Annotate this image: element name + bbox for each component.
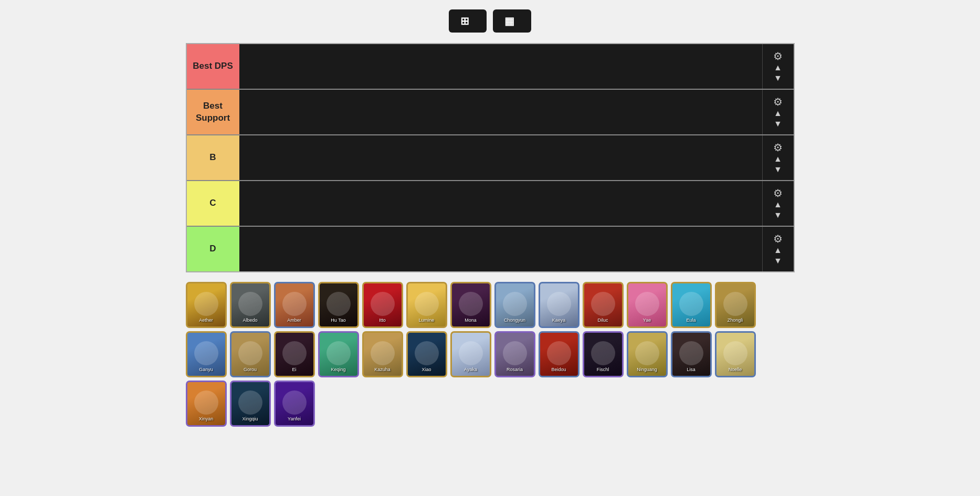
character-avatar — [415, 292, 439, 316]
settings-icon[interactable]: ⚙ — [773, 97, 783, 107]
character-card[interactable]: Amber — [274, 282, 315, 328]
character-avatar — [591, 292, 615, 316]
tier-row-d: D ⚙ ▲ ▼ — [187, 227, 794, 271]
tier-content-c[interactable] — [239, 181, 762, 226]
tier-content-best-dps[interactable] — [239, 44, 762, 89]
settings-icon[interactable]: ⚙ — [773, 142, 783, 153]
character-name: Keqing — [331, 367, 345, 373]
tier-label-b: B — [187, 135, 239, 180]
move-up-icon[interactable]: ▲ — [774, 200, 782, 209]
character-card[interactable]: Mona — [450, 282, 491, 328]
character-pool: AetherAlbedoAmberHu TaoIttoLumineMonaCho… — [186, 282, 795, 427]
character-avatar — [547, 341, 571, 365]
character-avatar — [503, 341, 527, 365]
character-card[interactable]: Yanfei — [274, 381, 315, 427]
character-card[interactable]: Chongyun — [494, 282, 535, 328]
tier-label-d: D — [187, 227, 239, 271]
tier-row-b: B ⚙ ▲ ▼ — [187, 135, 794, 181]
character-name: Ninguang — [637, 367, 657, 373]
character-card[interactable]: Keqing — [318, 331, 359, 377]
tier-row-best-support: Best Support ⚙ ▲ ▼ — [187, 90, 794, 135]
character-avatar — [503, 292, 527, 316]
character-avatar — [326, 292, 351, 316]
move-up-icon[interactable]: ▲ — [774, 64, 782, 72]
character-name: Xinyan — [199, 417, 214, 422]
character-card[interactable]: Zhongli — [715, 282, 756, 328]
character-card[interactable]: Xinyan — [186, 381, 227, 427]
tier-controls-d: ⚙ ▲ ▼ — [762, 227, 794, 271]
tier-row-best-dps: Best DPS ⚙ ▲ ▼ — [187, 44, 794, 90]
character-card[interactable]: Fischl — [583, 331, 624, 377]
tier-content-best-support[interactable] — [239, 90, 762, 134]
tier-controls-b: ⚙ ▲ ▼ — [762, 135, 794, 180]
character-avatar — [194, 292, 218, 316]
character-card[interactable]: Diluc — [583, 282, 624, 328]
character-card[interactable]: Yae — [627, 282, 668, 328]
character-card[interactable]: Ninguang — [627, 331, 668, 377]
tier-label-best-dps: Best DPS — [187, 44, 239, 89]
character-card[interactable]: Albedo — [230, 282, 271, 328]
character-card[interactable]: Rosaria — [494, 331, 535, 377]
character-name: Hu Tao — [331, 318, 345, 323]
character-card[interactable]: Lisa — [671, 331, 712, 377]
tier-controls-best-dps: ⚙ ▲ ▼ — [762, 44, 794, 89]
character-name: Kazuha — [374, 367, 391, 373]
character-card[interactable]: Itto — [362, 282, 403, 328]
move-down-icon[interactable]: ▼ — [774, 257, 782, 265]
character-card[interactable]: Ei — [274, 331, 315, 377]
character-card[interactable]: Aether — [186, 282, 227, 328]
character-name: Ayaka — [464, 367, 477, 373]
tier-controls-best-support: ⚙ ▲ ▼ — [762, 90, 794, 134]
character-name: Yanfei — [288, 417, 301, 422]
character-name: Zhongli — [728, 318, 743, 323]
tier-label-c: C — [187, 181, 239, 226]
settings-icon[interactable]: ⚙ — [773, 234, 783, 244]
alignment-chart-button[interactable]: ⊞ — [449, 9, 486, 33]
move-down-icon[interactable]: ▼ — [774, 120, 782, 128]
character-name: Mona — [465, 318, 477, 323]
character-avatar — [723, 341, 747, 365]
tier-content-b[interactable] — [239, 135, 762, 180]
character-name: Ganyu — [199, 367, 213, 373]
move-down-icon[interactable]: ▼ — [774, 165, 782, 174]
settings-icon[interactable]: ⚙ — [773, 188, 783, 198]
character-name: Aether — [199, 318, 213, 323]
character-card[interactable]: Ayaka — [450, 331, 491, 377]
character-name: Ei — [292, 367, 296, 373]
character-avatar — [591, 341, 615, 365]
character-avatar — [679, 292, 703, 316]
character-card[interactable]: Beidou — [539, 331, 579, 377]
character-card[interactable]: Xingqiu — [230, 381, 271, 427]
character-avatar — [679, 341, 703, 365]
character-card[interactable]: Kaeya — [539, 282, 579, 328]
character-name: Noelle — [729, 367, 742, 373]
character-avatar — [282, 341, 307, 365]
community-rank-button[interactable]: ▦ — [493, 9, 531, 33]
character-avatar — [459, 292, 483, 316]
character-name: Rosaria — [507, 367, 523, 373]
move-up-icon[interactable]: ▲ — [774, 246, 782, 255]
character-name: Chongyun — [504, 318, 525, 323]
settings-icon[interactable]: ⚙ — [773, 51, 783, 61]
move-up-icon[interactable]: ▲ — [774, 109, 782, 118]
character-card[interactable]: Ganyu — [186, 331, 227, 377]
character-avatar — [282, 292, 307, 316]
character-avatar — [194, 391, 218, 415]
character-avatar — [238, 391, 262, 415]
tier-controls-c: ⚙ ▲ ▼ — [762, 181, 794, 226]
character-avatar — [371, 292, 395, 316]
move-up-icon[interactable]: ▲ — [774, 155, 782, 163]
move-down-icon[interactable]: ▼ — [774, 74, 782, 82]
table-icon: ⊞ — [460, 16, 469, 26]
tier-row-c: C ⚙ ▲ ▼ — [187, 181, 794, 227]
character-card[interactable]: Hu Tao — [318, 282, 359, 328]
character-card[interactable]: Kazuha — [362, 331, 403, 377]
tier-content-d[interactable] — [239, 227, 762, 271]
character-card[interactable]: Noelle — [715, 331, 756, 377]
character-name: Diluc — [597, 318, 608, 323]
character-card[interactable]: Lumine — [406, 282, 447, 328]
character-card[interactable]: Gorou — [230, 331, 271, 377]
move-down-icon[interactable]: ▼ — [774, 211, 782, 219]
character-card[interactable]: Xiao — [406, 331, 447, 377]
character-card[interactable]: Eula — [671, 282, 712, 328]
